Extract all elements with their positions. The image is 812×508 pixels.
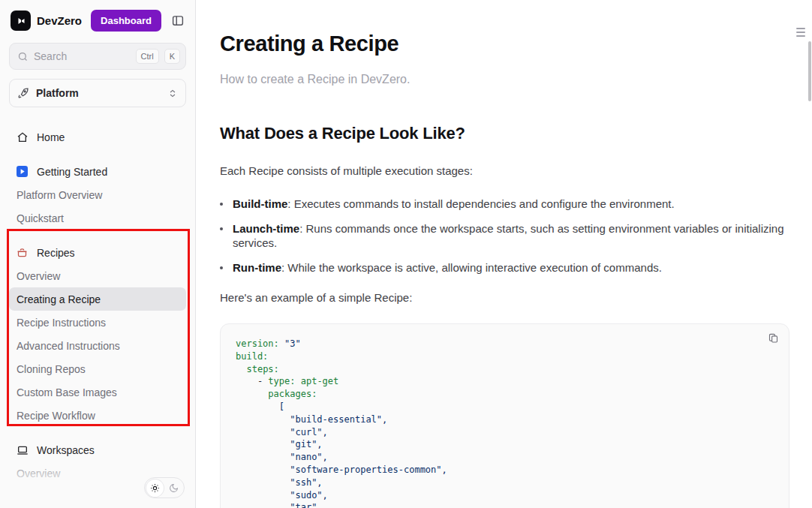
code-line: build: (236, 350, 774, 363)
code-line: version: "3" (236, 338, 774, 350)
sidebar-item-custom-base-images[interactable]: Custom Base Images (9, 380, 186, 404)
getting-started-icon (17, 166, 29, 177)
product-switcher-label: Platform (36, 87, 79, 99)
page-title: Creating a Recipe (220, 32, 789, 56)
code-line: "git", (236, 438, 774, 451)
sidebar-item-quickstart[interactable]: Quickstart (9, 206, 186, 230)
section-heading: What Does a Recipe Look Like? (220, 124, 789, 143)
toc-toggle-icon[interactable] (796, 28, 805, 37)
code-line: steps: (236, 363, 774, 376)
code-line: "curl", (236, 426, 774, 439)
code-line: - type: apt-get (236, 375, 774, 388)
stage-bullet-list: Build-time: Executes commands to install… (220, 197, 789, 275)
bullet-text: Launch-time: Runs commands once the work… (233, 221, 789, 250)
product-switcher[interactable]: Platform (9, 79, 186, 107)
search-icon (17, 51, 29, 62)
theme-toggle (144, 477, 185, 498)
search-placeholder: Search (34, 50, 131, 62)
dashboard-button[interactable]: Dashboard (91, 10, 161, 32)
sidebar-item-label: Recipes (37, 247, 75, 259)
brand-row: DevZero Dashboard (9, 10, 186, 32)
code-line: "software-properties-common", (236, 464, 774, 476)
sidebar-item-label: Cloning Repos (17, 363, 86, 375)
copy-code-icon[interactable] (768, 332, 779, 347)
sidebar-item-platform-overview[interactable]: Platform Overview (9, 183, 186, 206)
devzero-logo-icon[interactable] (11, 11, 31, 31)
sidebar-item-label: Workspaces (37, 444, 95, 456)
code-line: "sudo", (236, 489, 774, 502)
sidebar-item-label: Creating a Recipe (17, 293, 101, 305)
sidebar-item-recipes[interactable]: Recipes (9, 241, 186, 264)
sidebar-item-label: Overview (17, 467, 60, 479)
sidebar-toggle-icon[interactable] (171, 14, 185, 27)
scrollbar-thumb[interactable] (808, 41, 811, 101)
app: DevZero Dashboard Search Ctrl K Platform… (0, 0, 812, 508)
code-line: "tar", (236, 501, 774, 508)
sidebar-item-label: Custom Base Images (17, 386, 117, 398)
rocket-icon (17, 87, 29, 99)
sidebar-item-label: Recipe Instructions (17, 317, 106, 329)
sidebar-item-workspaces[interactable]: Workspaces (9, 438, 186, 461)
sidebar-item-label: Advanced Instructions (17, 340, 120, 352)
sidebar-item-label: Overview (17, 270, 60, 282)
code-block: version: "3"build: steps: - type: apt-ge… (220, 323, 789, 508)
sidebar-item-overview[interactable]: Overview (9, 264, 186, 287)
bullet-dot (220, 266, 223, 269)
sidebar-item-recipe-workflow[interactable]: Recipe Workflow (9, 404, 186, 427)
sidebar-item-label: Platform Overview (17, 189, 102, 201)
search-input[interactable]: Search Ctrl K (9, 43, 186, 70)
bullet-dot (220, 227, 223, 230)
sidebar-item-label: Quickstart (17, 212, 64, 224)
code-line: "ssh", (236, 476, 774, 489)
stage-bullet: Run-time: While the workspace is active,… (220, 260, 789, 275)
sidebar-item-recipe-instructions[interactable]: Recipe Instructions (9, 311, 186, 334)
kbd-ctrl: Ctrl (136, 49, 159, 64)
code-line: packages: (236, 388, 774, 401)
brand-name: DevZero (37, 14, 82, 27)
example-lead: Here's an example of a simple Recipe: (220, 291, 789, 304)
sidebar-item-label: Home (37, 131, 65, 143)
recipes-icon (17, 247, 29, 258)
stage-bullet: Launch-time: Runs commands once the work… (220, 221, 789, 250)
intro-paragraph: Each Recipe consists of multiple executi… (220, 164, 789, 177)
bullet-dot (220, 203, 223, 206)
main-content: Creating a Recipe How to create a Recipe… (196, 0, 812, 508)
sidebar-item-advanced-instructions[interactable]: Advanced Instructions (9, 334, 186, 357)
bullet-text: Run-time: While the workspace is active,… (233, 260, 662, 275)
sidebar-item-getting-started[interactable]: Getting Started (9, 160, 186, 183)
code-content: version: "3"build: steps: - type: apt-ge… (236, 338, 774, 508)
bullet-text: Build-time: Executes commands to install… (233, 197, 675, 211)
stage-bullet: Build-time: Executes commands to install… (220, 197, 789, 211)
sidebar-item-label: Recipe Workflow (17, 410, 95, 422)
page-subtitle: How to create a Recipe in DevZero. (220, 73, 789, 86)
sidebar-nav: HomeGetting StartedPlatform OverviewQuic… (9, 125, 186, 485)
sidebar-item-cloning-repos[interactable]: Cloning Repos (9, 357, 186, 380)
sidebar-item-home[interactable]: Home (9, 125, 186, 149)
dark-mode-moon-icon[interactable] (165, 479, 182, 497)
code-line: "build-essential", (236, 413, 774, 426)
sidebar: DevZero Dashboard Search Ctrl K Platform… (0, 0, 196, 508)
sidebar-item-creating-a-recipe[interactable]: Creating a Recipe (9, 287, 186, 311)
sidebar-item-label: Getting Started (37, 166, 107, 178)
kbd-k: K (164, 49, 180, 64)
workspaces-icon (17, 444, 29, 456)
code-line: [ (236, 401, 774, 413)
light-mode-sun-icon[interactable] (146, 479, 164, 497)
chevron-up-down-icon (167, 88, 178, 99)
code-line: "nano", (236, 451, 774, 464)
home-icon (17, 131, 29, 143)
